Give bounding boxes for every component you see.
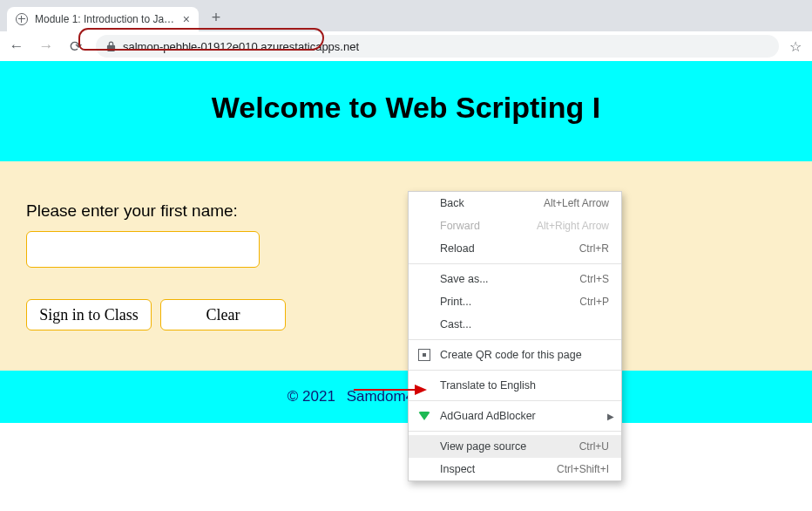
lock-icon <box>106 41 116 51</box>
page-title: Welcome to Web Scripting I <box>9 91 803 125</box>
hero-banner: Welcome to Web Scripting I <box>0 61 812 161</box>
context-item-qr[interactable]: Create QR code for this page <box>409 344 621 366</box>
context-item-adguard[interactable]: AdGuard AdBlocker ▶ <box>409 405 621 427</box>
form-section: Please enter your first name: Sign in to… <box>0 161 812 371</box>
sign-in-button[interactable]: Sign in to Class <box>26 299 152 330</box>
context-item-saveas[interactable]: Save as... Ctrl+S <box>409 268 621 290</box>
context-item-reload[interactable]: Reload Ctrl+R <box>409 237 621 260</box>
browser-toolbar: ← → ⟳ salmon-pebble-01912e010.azurestati… <box>0 31 812 61</box>
shield-icon <box>417 409 431 423</box>
name-label: Please enter your first name: <box>26 201 786 221</box>
context-separator <box>409 431 621 432</box>
context-item-back[interactable]: Back Alt+Left Arrow <box>409 192 621 215</box>
forward-button[interactable]: → <box>37 37 56 55</box>
globe-icon <box>16 13 28 25</box>
close-icon[interactable]: × <box>183 13 190 25</box>
context-separator <box>409 400 621 401</box>
footer-copyright: © 2021 <box>288 388 335 405</box>
context-separator <box>409 339 621 340</box>
context-item-forward[interactable]: Forward Alt+Right Arrow <box>409 215 621 237</box>
tab-title: Module 1: Introduction to JavaSc <box>35 13 176 25</box>
context-separator <box>409 370 621 371</box>
new-tab-button[interactable]: + <box>204 5 228 30</box>
browser-tab[interactable]: Module 1: Introduction to JavaSc × <box>7 7 199 31</box>
url-text: salmon-pebble-01912e010.azurestaticapps.… <box>123 40 359 53</box>
browser-chrome: Module 1: Introduction to JavaSc × + ← →… <box>0 0 812 61</box>
context-menu: Back Alt+Left Arrow Forward Alt+Right Ar… <box>408 191 622 481</box>
tab-strip: Module 1: Introduction to JavaSc × + <box>0 0 812 31</box>
chevron-right-icon: ▶ <box>607 412 614 421</box>
qr-icon <box>417 348 431 362</box>
reload-button[interactable]: ⟳ <box>66 37 85 56</box>
button-row: Sign in to Class Clear <box>26 299 786 330</box>
back-button[interactable]: ← <box>7 37 26 55</box>
context-item-cast[interactable]: Cast... <box>409 313 621 336</box>
bookmark-icon[interactable]: ☆ <box>789 38 802 55</box>
context-item-print[interactable]: Print... Ctrl+P <box>409 290 621 313</box>
address-bar[interactable]: salmon-pebble-01912e010.azurestaticapps.… <box>96 35 779 58</box>
page-content: Welcome to Web Scripting I Please enter … <box>0 61 812 423</box>
first-name-input[interactable] <box>26 231 260 268</box>
clear-button[interactable]: Clear <box>160 299 286 330</box>
context-item-inspect[interactable]: Inspect Ctrl+Shift+I <box>409 458 621 480</box>
context-item-view-source[interactable]: View page source Ctrl+U <box>409 435 621 458</box>
context-separator <box>409 263 621 264</box>
footer: © 2021 Samdom4Peace Designs. <box>0 371 812 423</box>
context-item-translate[interactable]: Translate to English <box>409 374 621 397</box>
